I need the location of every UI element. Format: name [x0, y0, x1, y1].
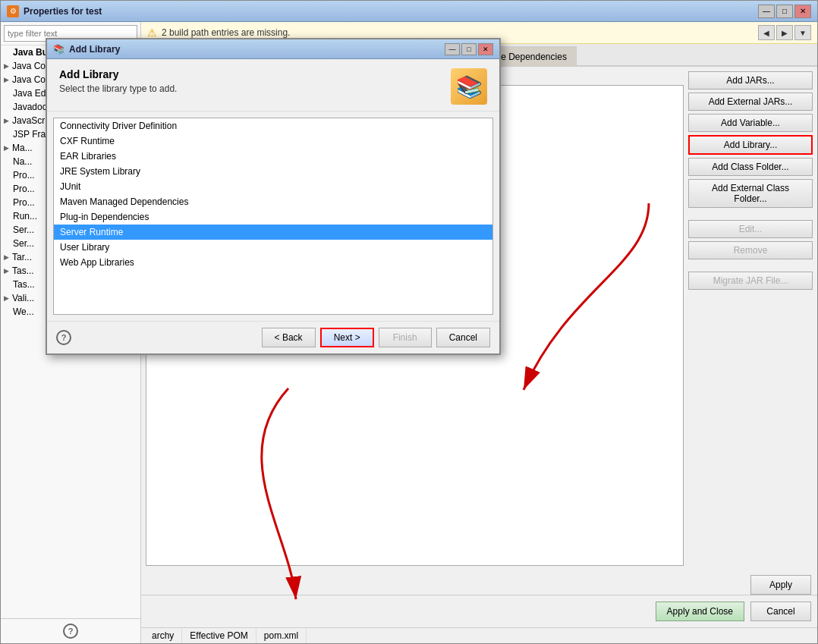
item-label: Web App Libraries: [60, 257, 134, 268]
item-label: JUnit: [60, 181, 80, 192]
item-label: User Library: [60, 242, 109, 253]
extra-tab-effective-pom[interactable]: Effective POM: [182, 628, 256, 643]
add-jars-button[interactable]: Add JARs...: [688, 71, 813, 90]
list-item-server-runtime[interactable]: Server Runtime: [54, 225, 492, 240]
expand-arrow: ▶: [4, 76, 9, 83]
item-label: JRE System Library: [60, 166, 140, 177]
item-label: Server Runtime: [60, 227, 123, 237]
right-action-buttons: Add JARs... Add External JARs... Add Var…: [688, 67, 817, 570]
edit-button[interactable]: Edit...: [688, 220, 813, 238]
add-variable-button[interactable]: Add Variable...: [688, 114, 813, 132]
list-item-connectivity[interactable]: Connectivity Driver Definition: [54, 118, 492, 134]
main-titlebar: ⚙ Properties for test — □ ✕: [1, 1, 817, 22]
item-label: Connectivity Driver Definition: [60, 121, 177, 131]
add-library-dialog: 📚 Add Library — □ ✕ Add Library Select t…: [46, 38, 501, 355]
extra-tab-archy-label: archy: [152, 630, 174, 641]
bottom-buttons-row: Apply and Close Cancel: [656, 602, 811, 621]
nav-arrows: ◀ ▶ ▼: [758, 25, 811, 40]
extra-tab-archy[interactable]: archy: [144, 628, 182, 643]
sidebar-bottom: ?: [1, 618, 140, 643]
sidebar-label: Ma...: [12, 143, 33, 153]
add-external-jars-button[interactable]: Add External JARs...: [688, 93, 813, 111]
list-item-cxf[interactable]: CXF Runtime: [54, 134, 492, 149]
dialog-help-button[interactable]: ?: [56, 330, 71, 345]
window-title: Properties for test: [24, 6, 102, 17]
list-item-junit[interactable]: JUnit: [54, 179, 492, 194]
sidebar-label: We...: [13, 306, 34, 317]
extra-tab-pom-xml-label: pom.xml: [264, 630, 298, 641]
sidebar-label: Pro...: [13, 170, 35, 181]
dialog-maximize-button[interactable]: □: [461, 43, 477, 55]
cancel-button[interactable]: Cancel: [750, 602, 811, 621]
bottom-bar: Apply and Close Cancel: [141, 595, 817, 627]
back-button[interactable]: < Back: [262, 328, 316, 347]
item-label: Maven Managed Dependencies: [60, 196, 188, 207]
item-label: CXF Runtime: [60, 136, 115, 146]
dropdown-nav-button[interactable]: ▼: [794, 25, 811, 40]
list-item-web-app[interactable]: Web App Libraries: [54, 255, 492, 270]
sidebar-label: Run...: [13, 211, 37, 221]
close-button[interactable]: ✕: [794, 5, 811, 18]
dialog-minimize-button[interactable]: —: [445, 43, 460, 55]
expand-arrow: ▶: [4, 267, 9, 275]
dialog-header: Add Library Select the library type to a…: [47, 59, 499, 112]
sidebar-label: Tas...: [13, 279, 35, 290]
dialog-large-icon: 📚: [451, 68, 487, 105]
expand-arrow: ▶: [4, 294, 9, 302]
expand-arrow: ▶: [4, 117, 9, 124]
maximize-button[interactable]: □: [776, 5, 793, 18]
extra-tabs-bar: archy Effective POM pom.xml: [141, 627, 817, 643]
apply-button[interactable]: Apply: [750, 575, 811, 595]
forward-nav-button[interactable]: ▶: [776, 25, 793, 40]
sidebar-label: Pro...: [13, 197, 35, 208]
dialog-titlebar: 📚 Add Library — □ ✕: [47, 39, 499, 59]
dialog-titlebar-icon: 📚: [53, 44, 64, 55]
add-library-button[interactable]: Add Library...: [688, 135, 813, 155]
sidebar-label: Na...: [13, 156, 32, 167]
back-nav-button[interactable]: ◀: [758, 25, 775, 40]
dialog-subtitle: Select the library type to add.: [59, 83, 177, 94]
sidebar-label: Tar...: [12, 252, 32, 262]
app-icon: ⚙: [7, 5, 19, 17]
help-button[interactable]: ?: [63, 624, 78, 639]
list-item-user-library[interactable]: User Library: [54, 240, 492, 255]
sidebar-label: Ser...: [13, 225, 34, 235]
list-item-plugin-deps[interactable]: Plug-in Dependencies: [54, 209, 492, 225]
dialog-main-title: Add Library: [59, 68, 177, 80]
dialog-library-list: Connectivity Driver Definition CXF Runti…: [53, 118, 493, 315]
add-class-folder-button[interactable]: Add Class Folder...: [688, 158, 813, 176]
item-label: Plug-in Dependencies: [60, 212, 149, 222]
dialog-close-button[interactable]: ✕: [478, 43, 493, 55]
warning-text: 2 build path entries are missing.: [162, 27, 290, 38]
expand-arrow: ▶: [4, 144, 9, 152]
sidebar-label: Ser...: [13, 238, 34, 249]
list-item-ear[interactable]: EAR Libraries: [54, 149, 492, 164]
sidebar-label: Pro...: [13, 184, 35, 194]
dialog-footer: ? < Back Next > Finish Cancel: [47, 321, 499, 353]
warning-icon: ⚠: [147, 27, 157, 39]
sidebar-label: Tas...: [12, 265, 34, 276]
list-item-maven-managed[interactable]: Maven Managed Dependencies: [54, 194, 492, 209]
finish-button[interactable]: Finish: [379, 328, 432, 347]
list-item-jre-system[interactable]: JRE System Library: [54, 164, 492, 179]
migrate-jar-button[interactable]: Migrate JAR File...: [688, 272, 813, 290]
expand-arrow: ▶: [4, 62, 9, 70]
expand-arrow: ▶: [4, 253, 9, 261]
extra-tab-effective-pom-label: Effective POM: [190, 630, 247, 641]
apply-close-button[interactable]: Apply and Close: [656, 602, 744, 621]
add-external-class-folder-button[interactable]: Add External Class Folder...: [688, 179, 813, 208]
dialog-title: Add Library: [69, 44, 120, 55]
remove-button[interactable]: Remove: [688, 241, 813, 259]
sidebar-label: Vali...: [12, 293, 34, 303]
next-button[interactable]: Next >: [320, 328, 374, 347]
dialog-cancel-button[interactable]: Cancel: [436, 328, 490, 347]
minimize-button[interactable]: —: [758, 5, 775, 18]
item-label: EAR Libraries: [60, 151, 116, 162]
extra-tab-pom-xml[interactable]: pom.xml: [256, 628, 307, 643]
